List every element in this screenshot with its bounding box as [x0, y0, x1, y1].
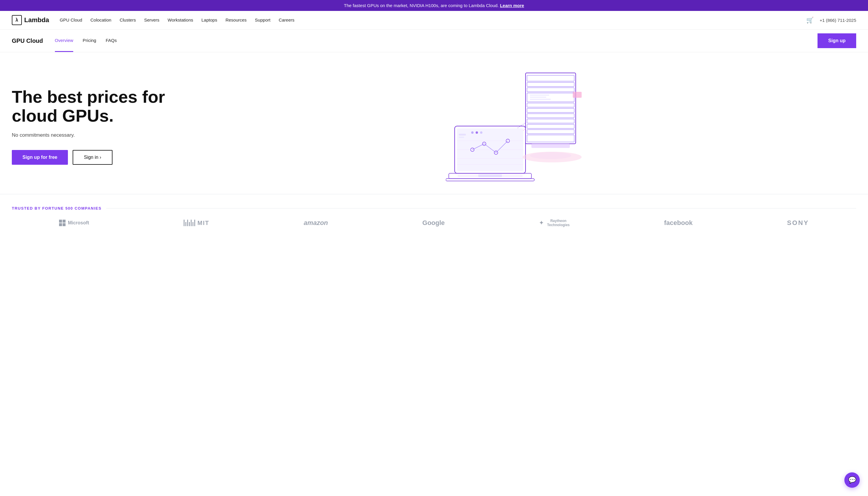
microsoft-name: Microsoft: [68, 220, 89, 226]
hero-subtitle: No commitments necessary.: [12, 132, 189, 138]
sub-nav-link-faqs[interactable]: FAQs: [106, 30, 117, 52]
trusted-label: TRUSTED BY FORTUNE 500 COMPANIES: [12, 206, 856, 211]
mit-bars-icon: [184, 220, 195, 226]
nav-right: 🛒 +1 (866) 711-2025: [806, 17, 856, 24]
facebook-name: facebook: [664, 219, 693, 227]
svg-rect-5: [527, 103, 574, 107]
svg-rect-11: [527, 135, 574, 142]
nav-link-gpu-cloud[interactable]: GPU Cloud: [60, 17, 82, 22]
nav-link-colocation[interactable]: Colocation: [90, 17, 111, 22]
raytheon-name: RaytheonTechnologies: [547, 219, 570, 227]
facebook-logo: facebook: [664, 219, 693, 227]
nav-link-servers[interactable]: Servers: [144, 17, 159, 22]
svg-rect-7: [527, 114, 574, 118]
svg-rect-4: [527, 93, 574, 102]
logo-box: λ: [12, 15, 22, 25]
signin-button[interactable]: Sign in ›: [73, 150, 112, 165]
logo-text: Lambda: [24, 16, 49, 24]
logos-row: Microsoft MIT amazon Google ✦: [12, 219, 856, 227]
svg-rect-10: [527, 129, 574, 134]
svg-rect-16: [531, 144, 570, 148]
sub-nav-links: Overview Pricing FAQs: [55, 30, 117, 52]
sub-nav-link-overview[interactable]: Overview: [55, 30, 74, 52]
svg-rect-2: [527, 82, 574, 87]
nav-link-laptops[interactable]: Laptops: [201, 17, 217, 22]
svg-rect-3: [527, 88, 574, 92]
amazon-name: amazon: [304, 219, 328, 227]
banner-text: The fastest GPUs on the market, NVIDIA H…: [344, 3, 499, 8]
main-navigation: λ Lambda GPU Cloud Colocation Clusters S…: [0, 11, 868, 30]
hero-svg: [446, 70, 599, 182]
logo-symbol: λ: [16, 17, 18, 23]
nav-link-support[interactable]: Support: [255, 17, 270, 22]
nav-link-clusters[interactable]: Clusters: [120, 17, 136, 22]
announcement-banner: The fastest GPUs on the market, NVIDIA H…: [0, 0, 868, 11]
google-logo: Google: [422, 219, 445, 227]
svg-rect-37: [446, 179, 534, 181]
hero-illustration: [189, 70, 856, 182]
signup-button[interactable]: Sign up: [818, 33, 856, 48]
amazon-logo: amazon: [304, 219, 328, 227]
svg-rect-1: [527, 75, 574, 81]
nav-link-careers[interactable]: Careers: [279, 17, 294, 22]
svg-point-40: [523, 152, 582, 162]
hero-section: The best prices for cloud GPUs. No commi…: [0, 52, 868, 194]
raytheon-logo: ✦ RaytheonTechnologies: [539, 219, 570, 227]
svg-point-34: [476, 131, 478, 134]
cart-icon[interactable]: 🛒: [806, 17, 814, 24]
raytheon-icon: ✦: [539, 220, 544, 226]
microsoft-grid-icon: [59, 220, 65, 226]
svg-rect-6: [527, 108, 574, 112]
nav-link-workstations[interactable]: Workstations: [168, 17, 193, 22]
sony-name: SONY: [787, 219, 809, 227]
svg-point-33: [471, 131, 474, 134]
svg-rect-15: [573, 92, 582, 98]
hero-content: The best prices for cloud GPUs. No commi…: [12, 88, 189, 165]
phone-number: +1 (866) 711-2025: [820, 18, 856, 23]
trusted-section: TRUSTED BY FORTUNE 500 COMPANIES Microso…: [0, 194, 868, 242]
svg-rect-32: [459, 137, 464, 138]
sub-navigation: GPU Cloud Overview Pricing FAQs Sign up: [0, 30, 868, 52]
svg-point-35: [480, 131, 482, 134]
banner-link[interactable]: Learn more: [500, 3, 524, 8]
mit-logo: MIT: [184, 220, 209, 227]
logo-link[interactable]: λ Lambda: [12, 15, 49, 25]
microsoft-logo: Microsoft: [59, 220, 89, 226]
svg-rect-9: [527, 124, 574, 128]
nav-left: λ Lambda GPU Cloud Colocation Clusters S…: [12, 15, 294, 25]
hero-buttons: Sign up for free Sign in ›: [12, 150, 189, 165]
hero-title: The best prices for cloud GPUs.: [12, 88, 189, 125]
svg-rect-39: [478, 174, 502, 177]
signup-free-button[interactable]: Sign up for free: [12, 150, 68, 165]
sub-nav-left: GPU Cloud Overview Pricing FAQs: [12, 30, 117, 52]
sub-nav-title: GPU Cloud: [12, 30, 43, 51]
nav-links-list: GPU Cloud Colocation Clusters Servers Wo…: [60, 17, 294, 23]
mit-name: MIT: [198, 220, 209, 227]
google-name: Google: [422, 219, 445, 227]
svg-rect-31: [459, 134, 466, 136]
nav-link-resources[interactable]: Resources: [226, 17, 247, 22]
sony-logo: SONY: [787, 219, 809, 227]
svg-rect-8: [527, 119, 574, 123]
sub-nav-link-pricing[interactable]: Pricing: [83, 30, 96, 52]
